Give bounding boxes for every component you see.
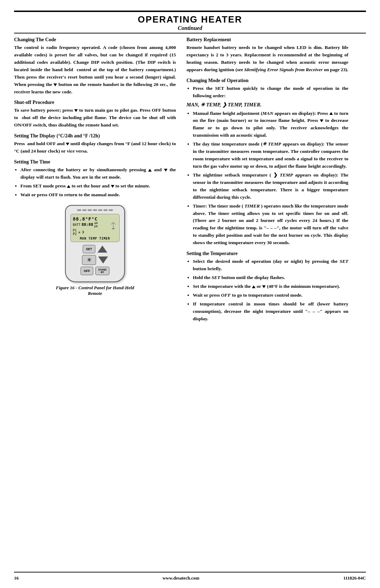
- p1p2-label: P1P2: [73, 229, 77, 236]
- screen-mode-bar: MAN TEMP TIMER: [73, 237, 117, 240]
- page: OPERATING HEATER Continued Changing The …: [0, 0, 380, 588]
- mode-bullet-night: The nighttime setback temperature ( ❯ TE…: [193, 172, 348, 201]
- mode-bullet-set: Press the SET button quickly to change t…: [193, 85, 348, 100]
- down-arrow-icon7: [262, 285, 266, 288]
- down-arrow-icon2: [74, 109, 78, 112]
- vent-bar: [103, 209, 108, 211]
- screen-p1p2-row: P1P2 ✳ ❯: [73, 229, 98, 236]
- footer-url: www.desatech.com: [163, 575, 200, 581]
- section-changing-code-heading: Changing The Code: [14, 37, 176, 43]
- screen-display: 88.8°F°C BATT 88:88 ampm P1P2 ✳ ❯: [73, 216, 98, 236]
- btn-row-square-down: ✳: [70, 255, 120, 265]
- temp-bullet-2: Hold the SET button until the display fl…: [193, 274, 348, 281]
- up-arrow-icon4: [252, 285, 255, 288]
- time-bullets: After connecting the battery or by simul…: [20, 166, 176, 199]
- am-pm: ampm: [94, 222, 98, 228]
- left-column: Changing The Code The control is radio f…: [14, 37, 176, 566]
- vent-bar: [88, 209, 92, 211]
- temp-bullet-5: If temperature control in moon times sho…: [193, 301, 348, 323]
- set-button[interactable]: SET: [83, 245, 95, 253]
- svg-point-0: [112, 228, 115, 229]
- changing-code-para: The control is radio frequency operated.…: [14, 44, 176, 95]
- display-para: Press and hold OFF and until display cha…: [14, 140, 176, 155]
- star-button[interactable]: ✳: [82, 255, 96, 265]
- vent-bar: [77, 209, 81, 211]
- footer-page-number: 16: [14, 575, 19, 581]
- changing-code-text: The control is radio frequency operated.…: [14, 45, 176, 94]
- moon-icon: ❯: [82, 230, 84, 234]
- mode-bullet-man: Manual flame height adjustment (MAN appe…: [193, 110, 348, 140]
- figure-caption-line2: Remote: [88, 291, 102, 296]
- down-arrow-icon6: [320, 119, 323, 122]
- up-arrow-icon2: [67, 185, 70, 188]
- content-columns: Changing The Code The control is radio f…: [14, 37, 366, 566]
- down-arrow-icon: [53, 83, 57, 86]
- remote-body: 88.8°F°C BATT 88:88 ampm P1P2 ✳ ❯: [65, 205, 125, 282]
- man-temp-line: MAN, ✳ TEMP, ❯ TEMP, TIMER.: [186, 102, 348, 108]
- mode-detail-bullets: Manual flame height adjustment (MAN appe…: [193, 110, 348, 247]
- mode-bullets: Press the SET button quickly to change t…: [193, 85, 348, 100]
- star-icon: ✳: [87, 256, 91, 263]
- temp-bullet-4: Wait or press OFF to go to temperature c…: [193, 292, 348, 299]
- shutoff-para: To save battery power; press to turn mai…: [14, 107, 176, 129]
- footer-code: 111826-04C: [343, 575, 366, 581]
- off-button[interactable]: OFF: [81, 267, 93, 275]
- vent-bar: [109, 209, 113, 211]
- mode-bullet-daytime: The day time temperature mode (✳ TEMP ap…: [193, 141, 348, 170]
- section-time-heading: Setting The Time: [14, 159, 176, 165]
- down-arrow-icon3: [66, 143, 69, 146]
- down-arrow-icon5: [111, 185, 114, 188]
- down-arrow-icon4: [164, 169, 167, 172]
- subtitle: Continued: [14, 25, 366, 31]
- remote-figure: 88.8°F°C BATT 88:88 ampm P1P2 ✳ ❯: [14, 205, 176, 296]
- remote-vents: [77, 209, 113, 211]
- screen-batt-row: BATT 88:88 ampm: [73, 222, 98, 228]
- right-column: Battery Replacement Remote handset batte…: [186, 37, 348, 566]
- changing-mode-heading: Changing Mode of Operation: [186, 78, 348, 83]
- figure-caption: Figure 16 - Control Panel for Hand-Held …: [56, 285, 134, 296]
- title-block: OPERATING HEATER Continued: [14, 11, 366, 33]
- battery-para: Remote handset battery needs to be chang…: [186, 44, 348, 74]
- section-shutoff-heading: Shut-off Procedure: [14, 100, 176, 105]
- vent-bar: [82, 209, 87, 211]
- figure-caption-line1: Figure 16 - Control Panel for Hand-Held: [56, 285, 134, 290]
- temp-bullet-1: Select the desired mode of operation (da…: [193, 258, 348, 273]
- remote-buttons: SET ✳ OFF STANDBY: [70, 245, 120, 275]
- up-arrow-icon: [148, 169, 152, 172]
- time-bullet-2: From SET mode press to set the hour and …: [20, 182, 176, 190]
- screen-signal-icon: [110, 222, 117, 230]
- setting-temp-heading: Setting the Temperature: [186, 251, 348, 256]
- screen-time: 88:88: [82, 222, 93, 227]
- temp-bullet-3: Set the temperature with the or (40°F is…: [193, 283, 348, 290]
- down-button[interactable]: [98, 256, 108, 264]
- vent-bar: [98, 209, 102, 211]
- screen-temp: 88.8°F°C: [73, 216, 98, 222]
- screen-row1: 88.8°F°C BATT 88:88 ampm P1P2 ✳ ❯: [73, 216, 117, 236]
- footer: 16 www.desatech.com 111826-04C: [14, 572, 366, 581]
- up-arrow-icon3: [329, 112, 333, 115]
- vent-bar: [93, 209, 97, 211]
- btn-row-set-up: SET: [70, 245, 120, 253]
- mode-bullet-timer: Timer: The timer mode ( TIMER ) operates…: [193, 203, 348, 247]
- remote-screen: 88.8°F°C BATT 88:88 ampm P1P2 ✳ ❯: [70, 214, 120, 242]
- standby-button[interactable]: STANDBY: [95, 267, 109, 275]
- section-display-heading: Setting The Display (°C/24h and °F /12h): [14, 133, 176, 139]
- time-bullet-3: Wait or press OFF to return to the manua…: [20, 191, 176, 199]
- sun-icon: ✳: [78, 230, 81, 235]
- btn-row-off-stand: OFF STANDBY: [70, 267, 120, 275]
- batt-label: BATT: [73, 223, 81, 227]
- main-title: OPERATING HEATER: [14, 14, 366, 25]
- setting-temp-bullets: Select the desired mode of operation (da…: [193, 258, 348, 322]
- up-button[interactable]: [97, 246, 107, 253]
- time-bullet-1: After connecting the battery or by simul…: [20, 166, 176, 181]
- battery-replacement-heading: Battery Replacement: [186, 37, 348, 43]
